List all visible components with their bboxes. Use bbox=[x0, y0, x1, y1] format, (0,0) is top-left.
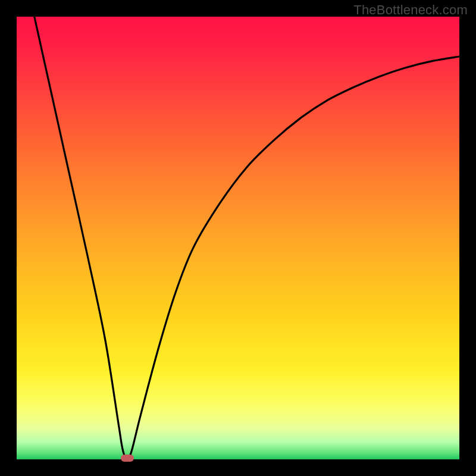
plot-area bbox=[17, 17, 459, 459]
watermark-text: TheBottleneck.com bbox=[353, 2, 468, 18]
chart-frame: TheBottleneck.com bbox=[0, 0, 476, 476]
minimum-marker bbox=[121, 455, 134, 462]
bottleneck-curve bbox=[17, 17, 459, 459]
